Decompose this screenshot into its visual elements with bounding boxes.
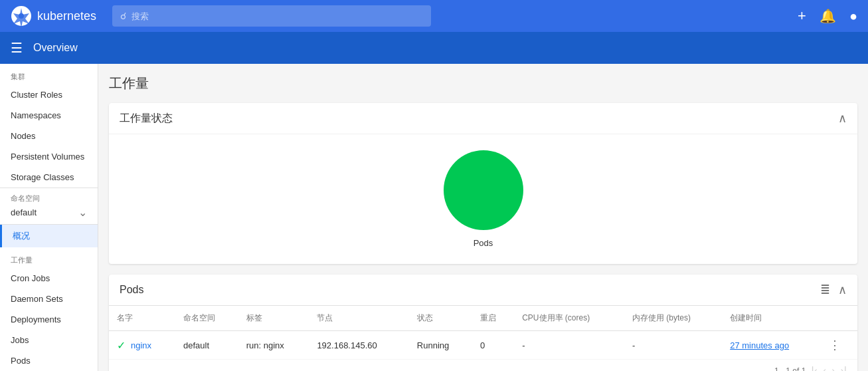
sidebar-item-nodes[interactable]: Nodes [0, 126, 98, 146]
kubernetes-logo-icon [11, 5, 32, 27]
pod-restarts-cell: 0 [472, 331, 514, 360]
sidebar: 集群 Cluster Roles Namespaces Nodes Persis… [0, 64, 98, 371]
status-ok-icon: ✓ [117, 339, 126, 352]
search-icon: ☌ [120, 11, 126, 21]
pods-table-body: ✓ nginx default run: nginx 192.168.145.6… [109, 331, 857, 360]
pod-name-link[interactable]: nginx [131, 340, 151, 350]
workload-status-body: Pods [109, 134, 857, 264]
sidebar-item-overview[interactable]: 概况 [0, 225, 98, 247]
pod-memory-cell: - [624, 331, 722, 360]
add-button[interactable]: + [798, 7, 806, 25]
table-row: ✓ nginx default run: nginx 192.168.145.6… [109, 331, 857, 360]
pod-status-name-cell: ✓ nginx [109, 331, 175, 360]
main-content: 工作量 工作量状态 ∧ Pods Pods ≣ ∧ [98, 64, 868, 371]
pod-actions-cell: ⋮ [821, 331, 857, 360]
cluster-section-title: 集群 [0, 64, 98, 84]
pagination-first-button[interactable]: |‹ [811, 365, 817, 371]
col-restarts: 重启 [472, 306, 514, 331]
main-layout: 集群 Cluster Roles Namespaces Nodes Persis… [0, 64, 868, 371]
sidebar-item-pods[interactable]: Pods [0, 350, 98, 371]
workload-status-header: 工作量状态 ∧ [109, 103, 857, 134]
sidebar-item-namespaces[interactable]: Namespaces [0, 105, 98, 126]
pod-cpu-cell: - [514, 331, 624, 360]
sidebar-item-cluster-roles[interactable]: Cluster Roles [0, 84, 98, 105]
col-state: 状态 [409, 306, 472, 331]
page-title: 工作量 [109, 74, 857, 92]
pod-status-circle [444, 150, 523, 230]
workload-status-card: 工作量状态 ∧ Pods [109, 103, 857, 264]
overview-title: Overview [33, 42, 78, 54]
notifications-icon[interactable]: 🔔 [820, 8, 836, 24]
namespace-section: 命名空间 default ⌄ [0, 187, 98, 225]
pod-labels-cell: run: nginx [238, 331, 309, 360]
col-labels: 标签 [238, 306, 309, 331]
pods-card: Pods ≣ ∧ 名字 命名空间 标签 节点 状态 重启 CPU使用率 (cor… [109, 275, 857, 371]
namespace-select[interactable]: default ⌄ [11, 206, 87, 219]
logo-text: kubernetes [37, 9, 96, 23]
filter-icon[interactable]: ≣ [820, 283, 830, 297]
col-actions [821, 306, 857, 331]
pods-table-head: 名字 命名空间 标签 节点 状态 重启 CPU使用率 (cores) 内存使用 … [109, 306, 857, 331]
hamburger-icon[interactable]: ☰ [11, 40, 23, 56]
collapse-button[interactable]: ∧ [838, 111, 847, 126]
col-node: 节点 [309, 306, 408, 331]
pod-created-time-link[interactable]: 27 minutes ago [730, 340, 789, 350]
pods-table-header-row: 名字 命名空间 标签 节点 状态 重启 CPU使用率 (cores) 内存使用 … [109, 306, 857, 331]
pod-status-row: ✓ nginx [117, 339, 167, 352]
col-namespace: 命名空间 [175, 306, 238, 331]
secondary-navigation: ☰ Overview [0, 32, 868, 64]
search-input[interactable] [131, 11, 423, 21]
workload-section-title: 工作量 [0, 247, 98, 268]
namespace-value: default [11, 207, 37, 217]
pod-created-cell: 27 minutes ago [722, 331, 820, 360]
pagination: 1 - 1 of 1 |‹ ‹ › ›| [109, 360, 857, 371]
pods-header-actions: ≣ ∧ [820, 283, 847, 297]
pods-table: 名字 命名空间 标签 节点 状态 重启 CPU使用率 (cores) 内存使用 … [109, 306, 857, 360]
sidebar-item-cron-jobs[interactable]: Cron Jobs [0, 268, 98, 289]
sidebar-item-jobs[interactable]: Jobs [0, 330, 98, 350]
pod-namespace-cell: default [175, 331, 238, 360]
pagination-last-button[interactable]: ›| [841, 365, 847, 371]
pod-circle-label: Pods [474, 238, 493, 248]
user-avatar[interactable]: ● [849, 9, 857, 24]
workload-status-title: 工作量状态 [120, 112, 173, 126]
svg-point-1 [19, 13, 24, 19]
pods-card-header: Pods ≣ ∧ [109, 275, 857, 306]
col-cpu: CPU使用率 (cores) [514, 306, 624, 331]
pods-title: Pods [120, 284, 143, 296]
col-created: 创建时间 [722, 306, 820, 331]
search-bar[interactable]: ☌ [112, 5, 431, 27]
chevron-down-icon: ⌄ [78, 206, 87, 219]
sidebar-item-deployments[interactable]: Deployments [0, 309, 98, 330]
pagination-prev-button[interactable]: ‹ [823, 365, 826, 371]
pod-node-cell: 192.168.145.60 [309, 331, 408, 360]
top-nav-actions: + 🔔 ● [798, 7, 857, 25]
row-menu-icon[interactable]: ⋮ [829, 338, 841, 352]
namespace-label: 命名空间 [11, 193, 87, 203]
pagination-text: 1 - 1 of 1 [774, 366, 806, 371]
pod-state-cell: Running [409, 331, 472, 360]
sidebar-item-daemon-sets[interactable]: Daemon Sets [0, 289, 98, 309]
logo[interactable]: kubernetes [11, 5, 96, 27]
col-memory: 内存使用 (bytes) [624, 306, 722, 331]
sidebar-item-storage-classes[interactable]: Storage Classes [0, 167, 98, 187]
top-navigation: kubernetes ☌ + 🔔 ● [0, 0, 868, 32]
col-name: 名字 [109, 306, 175, 331]
pagination-next-button[interactable]: › [831, 365, 835, 371]
sidebar-item-persistent-volumes[interactable]: Persistent Volumes [0, 146, 98, 167]
pods-collapse-button[interactable]: ∧ [838, 283, 847, 297]
